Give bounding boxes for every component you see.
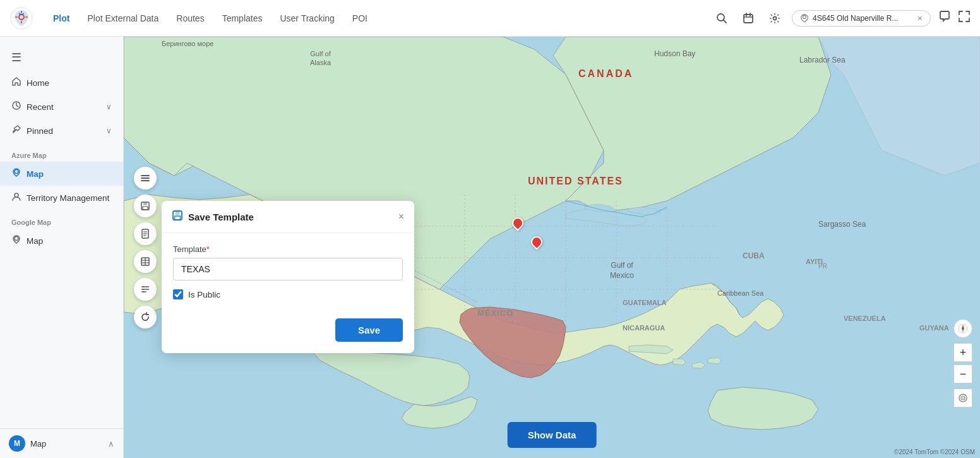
zoom-in-btn[interactable]: + (953, 343, 972, 362)
svg-point-8 (774, 16, 777, 20)
svg-point-42 (143, 286, 144, 287)
sidebar-home-label: Home (27, 78, 49, 88)
nav-links: Plot Plot External Data Routes Templates… (53, 13, 697, 23)
nav-templates[interactable]: Templates (222, 13, 263, 23)
calendar-icon-btn[interactable] (739, 9, 758, 28)
sidebar-territory-label: Territory Management (27, 193, 109, 203)
sidebar-menu-icon[interactable]: ☰ (0, 44, 123, 71)
toolbar-doc-btn[interactable] (134, 222, 157, 245)
app-logo[interactable] (10, 7, 33, 30)
zoom-out-btn[interactable]: − (953, 365, 972, 383)
nav-poi[interactable]: POI (352, 13, 368, 23)
location-search-bar[interactable]: 4S645 Old Naperville R... × (792, 10, 931, 27)
modal-body: Template* Is Public (162, 233, 414, 312)
sidebar-bottom-label: Map (30, 439, 46, 449)
map-attribution: ©2024 TomTom ©2024 OSM (894, 449, 975, 455)
sidebar-bottom-chevron: ∧ (108, 439, 114, 449)
nav-user-tracking[interactable]: User Tracking (280, 13, 334, 23)
google-map-section: Google Map (0, 210, 123, 229)
nav-plot-external[interactable]: Plot External Data (87, 13, 158, 23)
svg-rect-51 (176, 211, 180, 215)
svg-rect-52 (175, 216, 181, 220)
svg-point-49 (962, 397, 964, 399)
svg-point-44 (143, 291, 144, 292)
azure-map-icon (11, 167, 21, 180)
toolbar-refresh-btn[interactable] (134, 306, 157, 328)
nav-routes[interactable]: Routes (176, 13, 204, 23)
is-public-checkbox[interactable] (173, 289, 183, 299)
google-map-icon (11, 234, 21, 247)
modal-title: Save Template (188, 212, 393, 222)
toolbar-list-btn[interactable] (134, 278, 157, 301)
nav-plot[interactable]: Plot (53, 13, 69, 23)
territory-mgmt-icon (11, 191, 21, 204)
map-area[interactable]: CANADA UNITED STATES MÉXICO CUBA GUATEMA… (124, 37, 980, 458)
left-toolbar (134, 167, 157, 328)
sidebar-item-territory-mgmt[interactable]: Territory Management (0, 186, 123, 210)
sidebar-avatar: M (9, 435, 25, 452)
svg-line-3 (724, 20, 727, 23)
sidebar-item-recent[interactable]: Recent ∨ (0, 95, 123, 119)
svg-point-11 (15, 170, 18, 174)
toolbar-save-btn[interactable] (134, 195, 157, 217)
show-data-button[interactable]: Show Data (508, 422, 597, 448)
chat-icon-btn[interactable] (938, 10, 951, 26)
location-clear-icon[interactable]: × (917, 13, 923, 23)
modal-close-button[interactable]: × (398, 211, 404, 222)
recent-icon (11, 100, 21, 113)
right-map-controls: + − (953, 319, 972, 407)
pinned-icon (11, 124, 21, 137)
sidebar-item-pinned[interactable]: Pinned ∨ (0, 119, 123, 143)
template-name-input[interactable] (173, 258, 403, 280)
modal-save-button[interactable]: Save (335, 318, 403, 342)
save-template-modal: Save Template × Template* Is Public Save (162, 201, 414, 353)
svg-point-43 (143, 289, 144, 290)
settings-icon-btn[interactable] (765, 9, 784, 28)
sidebar-item-google-map[interactable]: Map (0, 229, 123, 253)
layer-btn[interactable] (953, 389, 972, 407)
svg-rect-4 (744, 15, 753, 23)
sidebar: ☰ Home Recent ∨ Pinned ∨ (0, 37, 124, 458)
is-public-row: Is Public (173, 289, 403, 299)
svg-point-13 (15, 237, 18, 241)
top-navigation: Plot Plot External Data Routes Templates… (0, 0, 980, 37)
azure-map-section: Azure Map (0, 143, 123, 162)
sidebar-recent-label: Recent (27, 102, 54, 112)
sidebar-azure-map-label: Map (27, 169, 44, 179)
sidebar-item-home[interactable]: Home (0, 71, 123, 95)
sidebar-pinned-label: Pinned (27, 126, 53, 136)
expand-icon-btn[interactable] (959, 11, 970, 25)
pinned-chevron: ∨ (106, 126, 112, 135)
home-icon (11, 76, 21, 89)
compass-btn[interactable] (953, 319, 972, 338)
modal-footer: Save (162, 312, 414, 353)
svg-rect-29 (143, 202, 147, 205)
svg-point-46 (962, 328, 964, 330)
modal-save-icon (172, 210, 183, 224)
modal-field-label: Template* (173, 244, 403, 254)
sidebar-bottom[interactable]: M Map ∧ (0, 428, 123, 458)
nav-icon-group: 4S645 Old Naperville R... × (712, 9, 970, 28)
toolbar-table-btn[interactable] (134, 250, 157, 273)
search-icon-btn[interactable] (712, 9, 731, 28)
svg-point-12 (15, 193, 18, 197)
location-search-value: 4S645 Old Naperville R... (813, 14, 914, 23)
modal-header: Save Template × (162, 201, 414, 233)
is-public-label: Is Public (188, 290, 220, 299)
sidebar-item-azure-map[interactable]: Map (0, 162, 123, 186)
svg-point-9 (803, 15, 806, 18)
sidebar-google-map-label: Map (27, 236, 43, 246)
toolbar-menu-btn[interactable] (134, 167, 157, 190)
main-layout: ☰ Home Recent ∨ Pinned ∨ (0, 37, 980, 458)
recent-chevron: ∨ (106, 102, 112, 111)
